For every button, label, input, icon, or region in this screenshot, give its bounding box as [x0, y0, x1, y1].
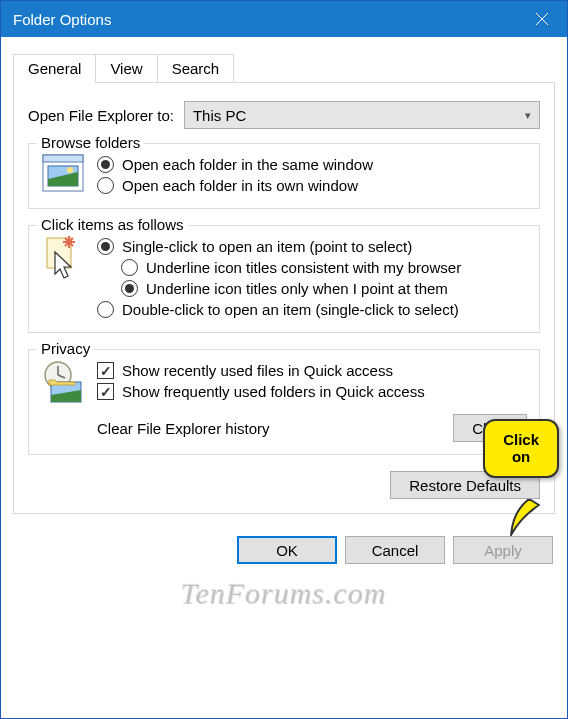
- tab-general[interactable]: General: [13, 54, 96, 83]
- callout-annotation: Click on: [483, 419, 559, 478]
- watermark: TenForums.com: [1, 577, 567, 611]
- radio-icon: [97, 156, 114, 173]
- svg-point-6: [67, 167, 73, 173]
- radio-underline-browser[interactable]: Underline icon titles consistent with my…: [121, 257, 527, 278]
- radio-icon: [97, 177, 114, 194]
- click-items-group: Click items as follows: [28, 225, 540, 333]
- open-explorer-combo[interactable]: This PC ▾: [184, 101, 540, 129]
- radio-double-click[interactable]: Double-click to open an item (single-cli…: [97, 299, 527, 320]
- window-title: Folder Options: [13, 11, 111, 28]
- dialog-footer: OK Cancel Apply: [1, 526, 567, 578]
- privacy-group: Privacy: [28, 349, 540, 455]
- checkbox-icon: [97, 383, 114, 400]
- open-explorer-label: Open File Explorer to:: [28, 107, 174, 124]
- tabpanel-general: Open File Explorer to: This PC ▾ Browse …: [13, 83, 555, 514]
- click-cursor-icon: [41, 236, 85, 280]
- radio-single-click[interactable]: Single-click to open an item (point to s…: [97, 236, 527, 257]
- close-button[interactable]: [517, 1, 567, 37]
- radio-same-window[interactable]: Open each folder in the same window: [97, 154, 527, 175]
- folder-window-icon: [41, 154, 85, 192]
- browse-folders-title: Browse folders: [37, 134, 144, 151]
- content-area: General View Search Open File Explorer t…: [1, 37, 567, 526]
- privacy-title: Privacy: [37, 340, 94, 357]
- radio-own-window[interactable]: Open each folder in its own window: [97, 175, 527, 196]
- checkbox-recent-files[interactable]: Show recently used files in Quick access: [97, 360, 527, 381]
- radio-icon: [121, 259, 138, 276]
- open-explorer-value: This PC: [193, 107, 246, 124]
- titlebar: Folder Options: [1, 1, 567, 37]
- svg-rect-3: [43, 155, 83, 162]
- checkbox-frequent-folders[interactable]: Show frequently used folders in Quick ac…: [97, 381, 527, 402]
- radio-icon: [97, 301, 114, 318]
- radio-underline-point[interactable]: Underline icon titles only when I point …: [121, 278, 527, 299]
- folder-options-window: Folder Options General View Search Open …: [0, 0, 568, 719]
- tab-search[interactable]: Search: [157, 54, 235, 83]
- click-items-title: Click items as follows: [37, 216, 188, 233]
- clear-history-label: Clear File Explorer history: [97, 420, 270, 437]
- close-icon: [536, 13, 548, 25]
- radio-icon: [97, 238, 114, 255]
- tab-view[interactable]: View: [95, 54, 157, 83]
- clock-folder-icon: [41, 360, 85, 404]
- radio-icon: [121, 280, 138, 297]
- cancel-button[interactable]: Cancel: [345, 536, 445, 564]
- tabstrip: General View Search: [13, 53, 555, 83]
- browse-folders-group: Browse folders: [28, 143, 540, 209]
- checkbox-icon: [97, 362, 114, 379]
- chevron-down-icon: ▾: [525, 109, 531, 122]
- open-explorer-row: Open File Explorer to: This PC ▾: [28, 101, 540, 129]
- apply-button[interactable]: Apply: [453, 536, 553, 564]
- ok-button[interactable]: OK: [237, 536, 337, 564]
